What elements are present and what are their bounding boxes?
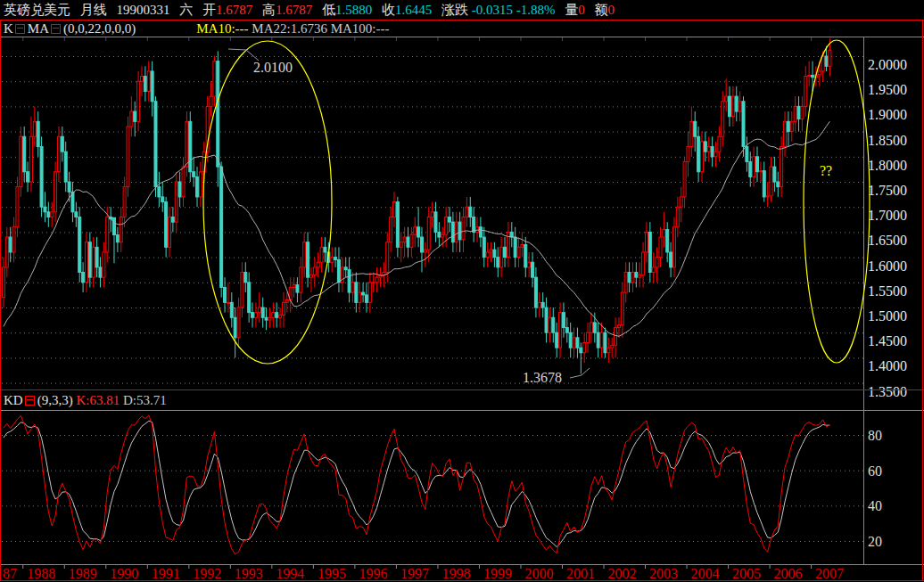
kd-d-line [4,421,830,546]
price-axis-label: 1.6500 [868,233,907,248]
price-axis-label: 1.8500 [868,133,907,148]
kd-axis-label: 80 [868,428,882,443]
year-label: 1998 [441,566,470,581]
year-label: 1996 [359,566,387,581]
candles-layer[interactable] [2,38,830,373]
kd-axis-label: 40 [868,498,882,513]
kd-axis-label: 60 [868,463,882,479]
annotation-question: ?? [820,163,832,178]
year-label: 1991 [152,566,180,581]
year-label: 1995 [318,566,346,581]
chart-application-window: 英磅兑美元 月线 19900331 六 开1.6787 高1.6787 低1.5… [0,0,924,582]
price-axis-label: 1.4000 [868,358,907,373]
price-axis-label: 1.9500 [868,82,907,97]
price-axis-labels: 2.00001.95001.90001.85001.80001.75001.70… [868,57,907,399]
price-axis-label: 1.5000 [868,308,907,324]
year-label: 1988 [27,566,55,581]
year-label: 2001 [566,566,595,581]
annotation-trough: 1.3678 [523,370,562,385]
candlestick-chart-canvas[interactable]: 2.01001.3678??2.00001.95001.90001.85001.… [0,0,924,582]
year-label: 1989 [69,566,97,581]
year-label: 1990 [110,566,138,581]
year-label: 2004 [691,566,720,581]
kd-axis-labels: 80604020 [868,428,882,549]
year-label: 1994 [276,566,304,581]
kd-k-line [4,415,830,554]
year-label: 2002 [608,566,637,581]
year-label: 1993 [235,566,263,581]
annotations: 2.01001.3678?? [228,49,832,385]
year-label: 87 [3,566,17,581]
price-axis-label: 1.5500 [868,283,907,299]
kd-axis-label: 20 [868,534,882,549]
highlight-ellipses [203,40,870,364]
price-axis-label: 1.9000 [868,107,907,122]
price-axis-label: 2.0000 [868,57,907,72]
year-label: 2007 [815,566,844,581]
year-label: 1992 [193,566,221,581]
year-label: 2003 [649,566,678,581]
time-axis-labels: 8719881989199019911992199319941995199619… [3,566,844,581]
annotation-peak: 2.0100 [253,60,293,75]
time-axis-ticks [23,37,812,569]
price-axis-label: 1.8000 [868,158,907,173]
price-axis-label: 1.4500 [868,333,907,348]
year-label: 1997 [400,566,429,581]
kd-gridlines [2,436,863,542]
price-axis-label: 1.7000 [868,208,907,223]
year-label: 1999 [483,566,512,581]
price-axis-label: 1.7500 [868,183,907,198]
year-label: 2006 [774,566,803,581]
year-label: 2000 [524,566,553,581]
price-axis-label: 1.3500 [868,384,907,399]
price-axis-label: 1.6000 [868,258,907,274]
year-label: 2005 [732,566,761,581]
